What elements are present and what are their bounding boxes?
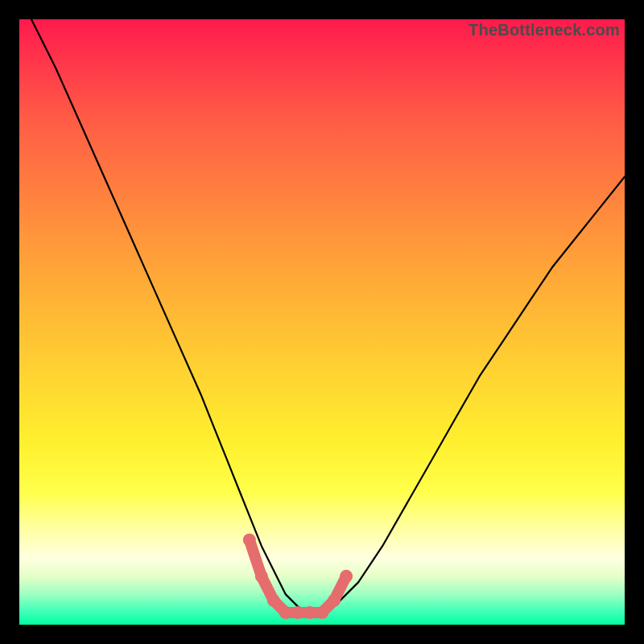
highlight-dot — [255, 570, 268, 583]
highlight-dot — [316, 606, 328, 619]
highlight-dot — [243, 534, 256, 547]
main-curve — [31, 19, 625, 613]
highlight-dots — [243, 534, 353, 619]
highlight-dot — [279, 606, 292, 619]
highlight-dot — [291, 606, 304, 619]
chart-frame: TheBottleneck.com — [0, 0, 644, 644]
highlight-dot — [267, 594, 280, 607]
curve-layer — [19, 19, 625, 625]
plot-area: TheBottleneck.com — [19, 19, 625, 625]
highlight-dot — [328, 594, 341, 607]
highlight-dot — [340, 570, 353, 583]
highlight-dot — [303, 606, 316, 619]
